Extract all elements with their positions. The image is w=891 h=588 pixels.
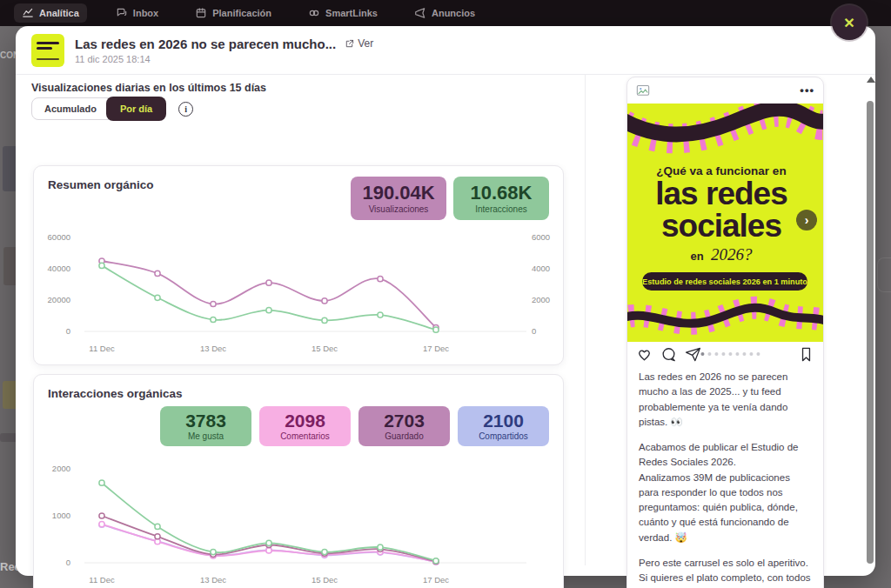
organic-summary-card: Resumen orgánico 190.04K Visualizaciones…: [33, 165, 564, 365]
info-icon[interactable]: i: [178, 102, 193, 117]
svg-text:4000: 4000: [532, 264, 550, 273]
comment-icon: [660, 346, 677, 363]
line-chart-icon: [22, 7, 34, 19]
nav-tab-smartlinks[interactable]: SmartLinks: [300, 3, 385, 23]
carousel-next-button[interactable]: ›: [796, 210, 817, 231]
stat-label: Guardado: [358, 431, 450, 441]
svg-text:20000: 20000: [48, 295, 70, 304]
organic-interactions-chart: 01000200011 Dec13 Dec15 Dec17 Dec: [34, 460, 563, 588]
artwork-line4-year: 2026?: [711, 245, 753, 264]
svg-text:0: 0: [532, 326, 536, 336]
stat-value: 10.68K: [453, 184, 549, 203]
toggle-por-dia-button[interactable]: Por día: [106, 97, 166, 121]
chart-canvas: 01000200011 Dec13 Dec15 Dec17 Dec: [34, 460, 565, 588]
stat-badge-comentarios: 2098 Comentarios: [259, 406, 351, 446]
svg-text:15 Dec: 15 Dec: [312, 575, 338, 585]
svg-text:0: 0: [66, 326, 70, 336]
post-title: Las redes en 2026 no se parecen mucho...: [75, 37, 336, 51]
nav-tab-inbox[interactable]: Inbox: [108, 3, 166, 23]
external-link-icon: [345, 39, 354, 49]
scrollbar-thumb[interactable]: [867, 101, 874, 564]
stat-badge-interacciones: 10.68K Interacciones: [453, 177, 549, 220]
caption-paragraph: Las redes en 2026 no se parecen mucho a …: [639, 370, 812, 430]
nav-tab-planificacion[interactable]: Planificación: [187, 3, 279, 23]
svg-text:13 Dec: 13 Dec: [200, 575, 226, 585]
stat-badge-compartidos: 2100 Compartidos: [458, 406, 549, 446]
stat-badge-me-gusta: 3783 Me gusta: [160, 406, 251, 446]
artwork-line3: sociales: [661, 208, 781, 244]
svg-text:11 Dec: 11 Dec: [89, 344, 115, 353]
share-plane-icon: [685, 346, 701, 363]
post-image: ¿Qué va a funcionar en las redes sociale…: [627, 104, 823, 342]
chevron-right-icon: ›: [805, 213, 809, 227]
background-button-outline: [877, 257, 891, 292]
svg-text:11 Dec: 11 Dec: [89, 575, 115, 585]
artwork-pill-label: Estudio de redes sociales 2026 en 1 minu…: [642, 277, 807, 286]
svg-text:0: 0: [66, 558, 70, 567]
chart-canvas: 0200004000060000020004000600011 Dec13 De…: [34, 229, 565, 359]
nav-tab-label: Analítica: [39, 8, 79, 18]
link-icon: [308, 7, 320, 19]
top-navigation-bar: Analítica Inbox Planificación SmartLinks…: [0, 0, 891, 26]
nav-tab-label: Inbox: [133, 8, 158, 18]
svg-text:17 Dec: 17 Dec: [423, 344, 449, 353]
close-modal-button[interactable]: ✕: [832, 5, 867, 40]
card-title: Interacciones orgánicas: [48, 387, 183, 400]
post-actions-row: [627, 342, 823, 366]
chat-bubbles-icon: [116, 7, 128, 19]
nav-tab-anuncios[interactable]: Anuncios: [406, 3, 483, 23]
stat-value: 2703: [358, 411, 450, 430]
view-mode-toggle: Acumulado Por día: [31, 97, 166, 121]
instagram-post-preview: ••• ¿Qué va a funcionar en las redes soc…: [626, 77, 824, 588]
modal-header: Las redes en 2026 no se parecen mucho...…: [16, 26, 875, 75]
svg-text:13 Dec: 13 Dec: [200, 344, 226, 353]
like-heart-icon: [636, 346, 653, 363]
stat-label: Comentarios: [259, 431, 351, 441]
organic-interactions-card: Interacciones orgánicas 3783 Me gusta 20…: [33, 374, 564, 588]
post-caption: Las redes en 2026 no se parecen mucho a …: [627, 366, 823, 588]
nav-tab-label: Anuncios: [432, 8, 475, 18]
artwork-line2: las redes: [655, 176, 787, 211]
modal-scrollbar[interactable]: [866, 77, 876, 569]
card-title: Resumen orgánico: [48, 178, 154, 191]
stat-value: 2098: [259, 411, 351, 430]
caption-paragraph: Pero este carrusel es solo el aperitivo.…: [639, 556, 812, 588]
post-date: 11 dic 2025 18:14: [75, 54, 373, 64]
svg-text:15 Dec: 15 Dec: [312, 344, 338, 353]
nav-tab-label: Planificación: [212, 8, 271, 18]
view-post-label: Ver: [358, 37, 373, 50]
nav-tab-analitica[interactable]: Analítica: [14, 3, 87, 23]
stat-value: 190.04K: [351, 184, 446, 203]
artwork-line4-prefix: en: [690, 250, 703, 263]
svg-text:60000: 60000: [48, 232, 70, 242]
stat-label: Visualizaciones: [351, 204, 446, 214]
stat-label: Me gusta: [160, 431, 251, 441]
toggle-acumulado-button[interactable]: Acumulado: [31, 97, 110, 120]
post-analytics-modal: Las redes en 2026 no se parecen mucho...…: [16, 26, 875, 576]
organic-summary-chart: 0200004000060000020004000600011 Dec13 De…: [34, 229, 563, 363]
stat-label: Compartidos: [458, 431, 549, 441]
scroll-up-arrow[interactable]: [867, 77, 875, 83]
stat-badge-guardado: 2703 Guardado: [358, 406, 450, 446]
svg-text:2000: 2000: [52, 464, 70, 473]
caption-paragraph: Acabamos de publicar el Estudio de Redes…: [639, 440, 812, 545]
svg-text:1000: 1000: [52, 511, 70, 520]
column-divider: [585, 75, 586, 565]
stat-label: Interacciones: [453, 204, 549, 214]
svg-text:17 Dec: 17 Dec: [423, 575, 449, 585]
calendar-icon: [195, 7, 207, 19]
post-menu-icon[interactable]: •••: [800, 87, 814, 94]
stat-badge-visualizaciones: 190.04K Visualizaciones: [351, 177, 446, 220]
post-thumbnail: [31, 34, 64, 67]
view-post-link[interactable]: Ver: [345, 37, 373, 50]
svg-text:2000: 2000: [532, 295, 550, 304]
stat-value: 2100: [458, 411, 549, 430]
svg-text:6000: 6000: [532, 232, 550, 242]
section-title: Visualizaciones diarias en los últimos 1…: [31, 82, 266, 94]
stat-value: 3783: [160, 411, 251, 430]
broken-image-icon: [636, 84, 650, 97]
analytics-column: Visualizaciones diarias en los últimos 1…: [31, 75, 585, 571]
carousel-dots: [700, 352, 760, 356]
app-screen: CON Ree Analítica Inbox Planificación Sm…: [0, 0, 891, 588]
bookmark-icon: [798, 346, 814, 363]
